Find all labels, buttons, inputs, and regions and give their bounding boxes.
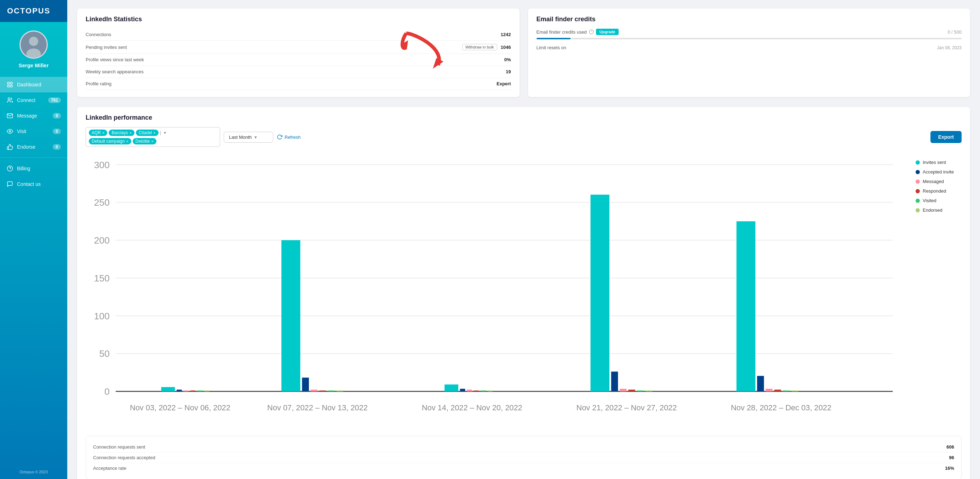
- tag-default-campaign: Default campaign ×: [89, 138, 131, 145]
- sidebar-item-label: Endorse: [17, 144, 35, 150]
- credits-value: 0 / 500: [947, 29, 962, 35]
- summary-value: 96: [949, 455, 954, 460]
- campaign-filter[interactable]: AQR × Barclays × Citadel × | ▾ Default c…: [86, 127, 220, 147]
- sidebar-item-endorse[interactable]: Endorse 0: [0, 139, 67, 155]
- svg-text:Nov 28, 2022 – Dec 03, 2022: Nov 28, 2022 – Dec 03, 2022: [731, 403, 831, 412]
- legend-label: Visited: [923, 198, 937, 203]
- legend-accepted-invite: Accepted invite: [916, 169, 962, 175]
- limit-date: Jan 08, 2023: [937, 45, 962, 50]
- sidebar-item-contact[interactable]: Contact us: [0, 176, 67, 192]
- sidebar-item-connect[interactable]: Connect 761: [0, 92, 67, 108]
- chart-area: 300 250 200 150 100 50 0: [86, 153, 962, 429]
- sidebar-item-billing[interactable]: Billing: [0, 161, 67, 176]
- svg-rect-53: [646, 390, 652, 391]
- stat-value: Expert: [496, 81, 511, 86]
- svg-rect-36: [282, 240, 300, 391]
- username: Serge Miller: [18, 62, 48, 68]
- legend-invites-sent: Invites sent: [916, 160, 962, 165]
- bar-chart: 300 250 200 150 100 50 0: [86, 153, 910, 427]
- svg-rect-38: [311, 390, 317, 391]
- date-range-label: Last Month: [229, 135, 251, 140]
- email-credits-title: Email finder credits: [536, 16, 962, 23]
- credits-used-row: Email finder credits used Upgrade 0 / 50…: [536, 29, 962, 35]
- svg-rect-54: [737, 221, 755, 391]
- stat-value: 0%: [504, 57, 511, 62]
- tag-barclays-remove[interactable]: ×: [129, 130, 131, 135]
- upgrade-button[interactable]: Upgrade: [596, 29, 619, 35]
- svg-rect-34: [197, 390, 202, 391]
- linkedin-stats-card: LinkedIn Statistics Connections 1242 Pen…: [77, 8, 520, 97]
- sidebar-item-message[interactable]: Message 0: [0, 108, 67, 124]
- svg-point-7: [8, 98, 10, 100]
- sidebar-item-dashboard[interactable]: Dashboard: [0, 77, 67, 92]
- sidebar-item-visit[interactable]: Visit 0: [0, 124, 67, 139]
- svg-rect-41: [336, 390, 343, 391]
- summary-row-accepted: Connection requests accepted 96: [93, 452, 954, 463]
- svg-rect-46: [480, 390, 486, 391]
- refresh-button[interactable]: Refresh: [277, 134, 301, 140]
- withdraw-bulk-button[interactable]: Withdraw in bulk: [462, 44, 497, 50]
- date-range-picker[interactable]: Last Month ▾: [224, 132, 273, 143]
- svg-rect-43: [460, 389, 465, 391]
- svg-text:Nov 07, 2022 – Nov 13, 2022: Nov 07, 2022 – Nov 13, 2022: [267, 403, 368, 412]
- stat-label: Connections: [86, 32, 111, 37]
- stat-row-profile-views: Profile views since last week 0%: [86, 54, 511, 66]
- svg-rect-52: [637, 390, 644, 391]
- svg-text:150: 150: [94, 273, 110, 283]
- sidebar-item-label: Contact us: [17, 181, 41, 187]
- summary-value: 606: [947, 444, 954, 450]
- svg-rect-59: [791, 390, 798, 391]
- stat-row-rating: Profile rating Expert: [86, 78, 511, 90]
- tag-citadel-remove[interactable]: ×: [153, 130, 155, 135]
- stat-label: Weekly search appearances: [86, 69, 144, 74]
- filter-bar: AQR × Barclays × Citadel × | ▾ Default c…: [86, 127, 962, 147]
- svg-point-1: [29, 37, 38, 46]
- legend-messaged: Messaged: [916, 179, 962, 184]
- stat-value: 1242: [501, 32, 511, 37]
- tag-aqr: AQR ×: [89, 130, 107, 136]
- svg-text:100: 100: [94, 311, 110, 321]
- svg-rect-5: [8, 85, 9, 87]
- svg-text:Nov 21, 2022 – Nov 27, 2022: Nov 21, 2022 – Nov 27, 2022: [576, 403, 677, 412]
- legend-label: Messaged: [923, 179, 944, 184]
- credits-progress-bar: [536, 38, 962, 39]
- summary-row-rate: Acceptance rate 16%: [93, 463, 954, 473]
- sidebar-item-label: Dashboard: [17, 82, 41, 88]
- svg-text:0: 0: [104, 386, 110, 397]
- connect-icon: [6, 97, 13, 104]
- performance-title: LinkedIn performance: [86, 114, 962, 121]
- tag-deloitte-remove[interactable]: ×: [151, 139, 154, 143]
- tag-dropdown-arrow[interactable]: ▾: [164, 130, 166, 135]
- svg-rect-58: [783, 390, 789, 391]
- logo: OCTOPUS: [0, 0, 67, 22]
- svg-rect-49: [611, 372, 618, 391]
- tag-aqr-remove[interactable]: ×: [102, 130, 104, 135]
- svg-rect-44: [467, 390, 472, 391]
- performance-section: LinkedIn performance AQR × Barclays × Ci…: [77, 107, 970, 479]
- tag-default-remove[interactable]: ×: [126, 139, 128, 143]
- svg-rect-3: [8, 82, 9, 84]
- billing-icon: [6, 165, 13, 172]
- svg-point-8: [9, 130, 11, 132]
- legend-endorsed: Endorsed: [916, 207, 962, 213]
- svg-text:250: 250: [94, 197, 110, 208]
- stat-label: Pending invites sent: [86, 45, 127, 50]
- svg-rect-47: [487, 390, 493, 391]
- legend-label: Accepted invite: [923, 169, 954, 175]
- visit-badge: 0: [53, 129, 61, 134]
- sidebar-footer: Octopus © 2023: [14, 465, 53, 479]
- summary-label: Acceptance rate: [93, 466, 126, 471]
- credits-label: Email finder credits used Upgrade: [536, 29, 619, 35]
- stat-value: 19: [506, 69, 511, 74]
- sidebar-item-label: Connect: [17, 97, 35, 103]
- svg-text:200: 200: [94, 235, 110, 246]
- chart-legend: Invites sent Accepted invite Messaged Re…: [916, 153, 962, 429]
- svg-rect-37: [302, 378, 309, 391]
- legend-responded: Responded: [916, 188, 962, 194]
- svg-text:Nov 03, 2022 – Nov 06, 2022: Nov 03, 2022 – Nov 06, 2022: [130, 403, 231, 412]
- export-button[interactable]: Export: [931, 131, 962, 143]
- svg-rect-42: [444, 385, 458, 391]
- svg-text:300: 300: [94, 160, 110, 170]
- legend-visited: Visited: [916, 198, 962, 203]
- legend-label: Responded: [923, 188, 947, 194]
